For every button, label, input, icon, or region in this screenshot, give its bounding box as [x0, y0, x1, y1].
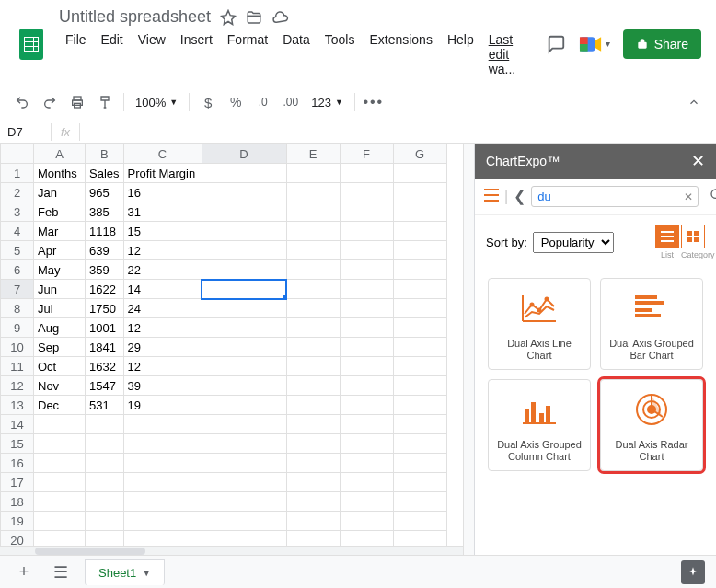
row-header-9[interactable]: 9: [1, 318, 34, 338]
doc-title[interactable]: Untitled spreadsheet: [59, 7, 211, 27]
cell[interactable]: 1622: [86, 280, 124, 299]
add-sheet-button[interactable]: +: [11, 559, 37, 585]
cell[interactable]: [340, 512, 393, 531]
cell[interactable]: [340, 357, 393, 376]
cell[interactable]: [340, 299, 393, 318]
cell[interactable]: [286, 357, 340, 376]
comments-icon[interactable]: [546, 34, 566, 54]
row-header-15[interactable]: 15: [1, 434, 34, 454]
cell[interactable]: [340, 376, 393, 396]
menu-data[interactable]: Data: [276, 29, 317, 80]
cell[interactable]: [86, 454, 124, 473]
clear-search-icon[interactable]: ✕: [684, 190, 693, 203]
cell[interactable]: [286, 183, 340, 202]
cell[interactable]: 359: [86, 260, 124, 280]
cell[interactable]: [202, 357, 286, 376]
all-sheets-button[interactable]: ☰: [48, 559, 74, 585]
cell[interactable]: [34, 492, 86, 512]
search-input[interactable]: [531, 186, 699, 207]
cell[interactable]: 12: [123, 241, 202, 260]
cell[interactable]: [286, 202, 340, 222]
cell[interactable]: [393, 473, 446, 492]
cell[interactable]: 15: [123, 222, 202, 241]
cell[interactable]: 14: [123, 280, 202, 299]
cell[interactable]: [86, 473, 124, 492]
cell[interactable]: 1001: [86, 318, 124, 338]
cell[interactable]: [202, 318, 286, 338]
menu-view[interactable]: View: [132, 29, 172, 80]
cell[interactable]: [340, 338, 393, 357]
cell[interactable]: 39: [123, 376, 202, 396]
cell[interactable]: [286, 434, 340, 454]
sort-dropdown[interactable]: Popularity: [533, 232, 614, 253]
cell[interactable]: [86, 434, 124, 454]
chart-card[interactable]: Dual Axis Radar Chart: [600, 379, 703, 471]
cell[interactable]: 1841: [86, 338, 124, 357]
cell[interactable]: [202, 299, 286, 318]
cell[interactable]: 531: [86, 396, 124, 415]
cell[interactable]: Mar: [34, 222, 86, 241]
cell[interactable]: [393, 202, 446, 222]
cloud-saved-icon[interactable]: [271, 9, 288, 26]
cell[interactable]: 12: [123, 357, 202, 376]
select-all-corner[interactable]: [1, 144, 34, 164]
cell[interactable]: [34, 531, 86, 547]
cell[interactable]: [393, 299, 446, 318]
cell[interactable]: Jan: [34, 183, 86, 202]
sheet-tab[interactable]: Sheet1 ▼: [85, 559, 165, 585]
cell[interactable]: [286, 338, 340, 357]
cell[interactable]: 1632: [86, 357, 124, 376]
menu-format[interactable]: Format: [221, 29, 274, 80]
row-header-3[interactable]: 3: [1, 202, 34, 222]
cell[interactable]: [202, 222, 286, 241]
cell[interactable]: [393, 241, 446, 260]
cell[interactable]: [286, 241, 340, 260]
cell[interactable]: [393, 183, 446, 202]
percent-icon[interactable]: %: [223, 89, 248, 115]
cell[interactable]: [393, 222, 446, 241]
cell[interactable]: [86, 415, 124, 434]
cell[interactable]: [393, 454, 446, 473]
cell[interactable]: [340, 222, 393, 241]
cell[interactable]: Nov: [34, 376, 86, 396]
search-icon[interactable]: [710, 188, 716, 206]
cell[interactable]: [286, 318, 340, 338]
cell[interactable]: [202, 164, 286, 183]
cell[interactable]: [123, 531, 202, 547]
cell[interactable]: [286, 415, 340, 434]
cell[interactable]: [340, 473, 393, 492]
cell[interactable]: [393, 164, 446, 183]
cell[interactable]: [393, 531, 446, 547]
cell[interactable]: [202, 415, 286, 434]
cell[interactable]: [393, 492, 446, 512]
col-header-F[interactable]: F: [340, 144, 393, 164]
cell[interactable]: [286, 454, 340, 473]
cell[interactable]: [34, 454, 86, 473]
cell[interactable]: [286, 396, 340, 415]
cell[interactable]: [340, 434, 393, 454]
cell[interactable]: [34, 512, 86, 531]
cell[interactable]: Feb: [34, 202, 86, 222]
cell[interactable]: [202, 338, 286, 357]
cell[interactable]: Months: [34, 164, 86, 183]
collapse-toolbar-icon[interactable]: [681, 89, 707, 115]
cell[interactable]: [340, 241, 393, 260]
cell[interactable]: [86, 512, 124, 531]
cell[interactable]: Oct: [34, 357, 86, 376]
cell[interactable]: [123, 512, 202, 531]
sheet-tab-menu-icon[interactable]: ▼: [142, 568, 151, 578]
cell[interactable]: [393, 512, 446, 531]
cell[interactable]: 1118: [86, 222, 124, 241]
cell[interactable]: [202, 492, 286, 512]
row-header-10[interactable]: 10: [1, 338, 34, 357]
col-header-C[interactable]: C: [123, 144, 202, 164]
cell[interactable]: [202, 531, 286, 547]
decrease-decimal-icon[interactable]: .0: [250, 89, 276, 115]
menu-help[interactable]: Help: [441, 29, 480, 80]
cell[interactable]: [202, 396, 286, 415]
chart-card[interactable]: Dual Axis Grouped Column Chart: [488, 379, 591, 471]
row-header-18[interactable]: 18: [1, 492, 34, 512]
cell[interactable]: Sales: [86, 164, 124, 183]
cell[interactable]: [286, 512, 340, 531]
cell[interactable]: [202, 280, 286, 299]
